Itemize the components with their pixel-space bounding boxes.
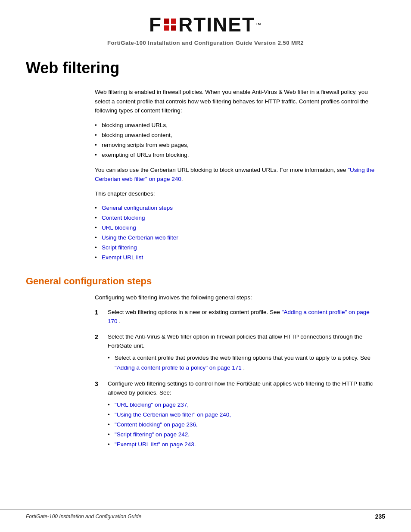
- step-3: 3 Configure web filtering settings to co…: [95, 379, 377, 450]
- logo-square-tl: [164, 19, 169, 24]
- logo-letters-rtinet: RTINET: [178, 13, 255, 36]
- step-3-subbullets: "URL blocking" on page 237, "Using the C…: [108, 400, 377, 450]
- step-2-content: Select the Anti-Virus & Web filter optio…: [108, 332, 377, 373]
- cerberian-paragraph: You can also use the Cerberian URL block…: [95, 165, 377, 184]
- step-1-content: Select web filtering options in a new or…: [108, 308, 377, 326]
- fortinet-logo: F RTINET ™: [149, 13, 262, 36]
- page-title: Web filtering: [26, 59, 385, 77]
- section-intro: Configuring web filtering involves the f…: [95, 293, 377, 302]
- chapter-link-script[interactable]: Script filtering: [102, 244, 137, 251]
- step-3-text: Configure web filtering settings to cont…: [108, 380, 373, 396]
- sub-bullet-item: Select a content profile that provides t…: [108, 353, 377, 373]
- step-1-number: 1: [95, 308, 108, 326]
- sub-bullet-item: "Exempt URL list" on page 243.: [108, 440, 377, 450]
- logo-container: F RTINET ™: [0, 13, 411, 36]
- step-1-text: Select web filtering options in a new or…: [108, 309, 280, 315]
- sub-bullet-item: "URL blocking" on page 237,: [108, 400, 377, 410]
- cerberian-text: You can also use the Cerberian URL block…: [95, 167, 346, 173]
- intro-block: Web filtering is enabled in firewall pol…: [95, 87, 377, 263]
- footer-page-number: 235: [375, 513, 385, 520]
- step-2-sub-text-after: .: [243, 364, 245, 371]
- list-item: Script filtering: [95, 243, 377, 253]
- list-item: exempting of URLs from blocking.: [95, 150, 377, 160]
- sub-bullet-item: "Script filtering" on page 242,: [108, 430, 377, 440]
- chapter-link-cerberian[interactable]: Using the Cerberian web filter: [102, 234, 178, 241]
- step-2-sub-text: Select a content profile that provides t…: [115, 355, 371, 361]
- steps-list: 1 Select web filtering options in a new …: [95, 308, 377, 450]
- logo-square-tr: [171, 19, 176, 24]
- step-3-number: 3: [95, 379, 108, 450]
- chapter-link-url[interactable]: URL blocking: [102, 224, 136, 231]
- footer-text: FortiGate-100 Installation and Configura…: [26, 513, 141, 520]
- sub-bullet-item: "Using the Cerberian web filter" on page…: [108, 410, 377, 420]
- content-area: Web filtering Web filtering is enabled i…: [0, 50, 411, 474]
- list-item: blocking unwanted URLs,: [95, 121, 377, 131]
- header: F RTINET ™ FortiGate-100 Installation an…: [0, 0, 411, 50]
- step-3-content: Configure web filtering settings to cont…: [108, 379, 377, 450]
- list-item: blocking unwanted content,: [95, 131, 377, 140]
- step-3-sub-link-5[interactable]: "Exempt URL list" on page 243.: [115, 441, 196, 448]
- document-subtitle: FortiGate-100 Installation and Configura…: [0, 40, 411, 46]
- section-title: General configuration steps: [26, 276, 385, 287]
- list-item: URL blocking: [95, 223, 377, 233]
- step-2-number: 2: [95, 332, 108, 373]
- sub-bullet-item: "Content blocking" on page 236,: [108, 420, 377, 430]
- intro-bullet-list: blocking unwanted URLs, blocking unwante…: [95, 121, 377, 160]
- chapter-links-list: General configuration steps Content bloc…: [95, 203, 377, 263]
- step-2-text: Select the Anti-Virus & Web filter optio…: [108, 333, 362, 349]
- step-2: 2 Select the Anti-Virus & Web filter opt…: [95, 332, 377, 373]
- footer: FortiGate-100 Installation and Configura…: [0, 509, 411, 523]
- step-3-sub-link-3[interactable]: "Content blocking" on page 236,: [115, 421, 198, 428]
- chapter-describes-label: This chapter describes:: [95, 189, 377, 199]
- chapter-link-content[interactable]: Content blocking: [102, 215, 145, 221]
- list-item: Using the Cerberian web filter: [95, 233, 377, 243]
- step-1-text-after: .: [119, 318, 121, 324]
- page-container: F RTINET ™ FortiGate-100 Installation an…: [0, 0, 411, 532]
- list-item: Content blocking: [95, 213, 377, 223]
- logo-trademark: ™: [255, 22, 262, 28]
- step-1: 1 Select web filtering options in a new …: [95, 308, 377, 326]
- chapter-link-general[interactable]: General configuration steps: [102, 205, 173, 211]
- intro-paragraph-1: Web filtering is enabled in firewall pol…: [95, 87, 377, 115]
- step-3-sub-link-1[interactable]: "URL blocking" on page 237,: [115, 401, 189, 408]
- logo-letter-f: F: [149, 13, 162, 36]
- list-item: Exempt URL list: [95, 253, 377, 263]
- logo-square-bl: [164, 25, 169, 31]
- logo-icon-grid: [164, 19, 176, 31]
- step-2-subbullets: Select a content profile that provides t…: [108, 353, 377, 373]
- logo-square-br: [171, 25, 176, 31]
- step-3-sub-link-4[interactable]: "Script filtering" on page 242,: [115, 431, 190, 438]
- section-content: Configuring web filtering involves the f…: [95, 293, 377, 450]
- list-item: removing scripts from web pages,: [95, 140, 377, 150]
- chapter-link-exempt[interactable]: Exempt URL list: [102, 254, 143, 261]
- step-2-sub-link[interactable]: "Adding a content profile to a policy" o…: [115, 364, 242, 371]
- step-3-sub-link-2[interactable]: "Using the Cerberian web filter" on page…: [115, 411, 231, 418]
- list-item: General configuration steps: [95, 203, 377, 213]
